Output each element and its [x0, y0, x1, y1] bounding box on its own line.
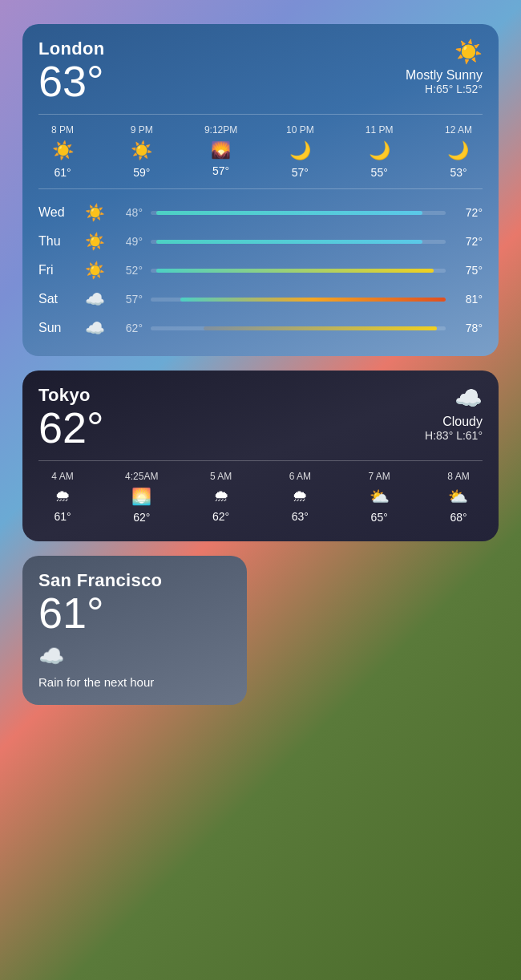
hour-icon-10pm: 🌙	[289, 140, 311, 161]
tokyo-hourly: 4 AM 🌧 61° 4:25AM 🌅 62° 5 AM 🌧 62° 6 AM …	[38, 471, 483, 524]
day-icon-wed: ☀️	[80, 203, 109, 222]
tokyo-hour-5am: 5 AM 🌧 62°	[197, 471, 245, 524]
london-divider-2	[38, 188, 483, 189]
hour-icon-8pm: ☀️	[52, 140, 74, 161]
hour-icon-12am: 🌙	[447, 140, 469, 161]
tokyo-cloud-icon: ☁️	[425, 385, 483, 411]
tokyo-card[interactable]: Tokyo 62° ☁️ Cloudy H:83° L:61° 4 AM 🌧 6…	[22, 371, 499, 541]
london-sun-icon: ☀️	[406, 38, 483, 65]
hour-item-10pm: 10 PM 🌙 57°	[276, 124, 324, 179]
day-row-sun: Sun ☁️ 62° 78°	[38, 314, 483, 342]
hour-item-11pm: 11 PM 🌙 55°	[355, 124, 403, 179]
day-icon-fri: ☀️	[80, 261, 109, 280]
hour-icon-11pm: 🌙	[369, 140, 390, 161]
tokyo-hour-icon-6am: 🌧	[292, 487, 308, 505]
sf-temp: 61°	[38, 591, 231, 634]
tokyo-hour-7am: 7 AM ⛅ 65°	[355, 471, 403, 524]
day-row-wed: Wed ☀️ 48° 72°	[38, 199, 483, 226]
tokyo-hour-6am: 6 AM 🌧 63°	[276, 471, 324, 524]
day-icon-sun: ☁️	[80, 318, 109, 338]
london-highlow: H:65° L:52°	[406, 83, 483, 95]
hour-item-8pm: 8 PM ☀️ 61°	[38, 124, 87, 179]
london-card[interactable]: London 63° ☀️ Mostly Sunny H:65° L:52° 8…	[22, 24, 499, 356]
hour-icon-9pm: ☀️	[131, 140, 152, 161]
tokyo-hour-icon-7am: ⛅	[370, 487, 390, 506]
sf-description: Rain for the next hour	[38, 674, 231, 690]
hour-icon-912pm: 🌄	[211, 140, 231, 160]
tokyo-hour-icon-8am: ⛅	[448, 487, 468, 506]
london-hourly: 8 PM ☀️ 61° 9 PM ☀️ 59° 9:12PM 🌄 57° 10 …	[38, 124, 483, 179]
tokyo-divider	[38, 460, 483, 461]
london-daily: Wed ☀️ 48° 72° Thu ☀️ 49° 72° Fri ☀️	[38, 199, 483, 342]
hour-item-912pm: 9:12PM 🌄 57°	[197, 124, 245, 179]
tokyo-condition: Cloudy	[425, 415, 483, 429]
tokyo-hour-icon-425am: 🌅	[131, 487, 151, 506]
tokyo-temp: 62°	[38, 406, 104, 449]
hour-item-9pm: 9 PM ☀️ 59°	[118, 124, 166, 179]
day-row-sat: Sat ☁️ 57° 81°	[38, 285, 483, 313]
tokyo-highlow: H:83° L:61°	[425, 429, 483, 442]
london-divider-1	[38, 114, 483, 115]
hour-item-12am: 12 AM 🌙 53°	[434, 124, 483, 179]
london-temp: 63°	[38, 59, 104, 103]
day-row-thu: Thu ☀️ 49° 72°	[38, 228, 483, 255]
day-icon-sat: ☁️	[80, 290, 109, 309]
tokyo-hour-icon-4am: 🌧	[55, 487, 71, 505]
tokyo-hour-8am: 8 AM ⛅ 68°	[434, 471, 483, 524]
tokyo-hour-icon-5am: 🌧	[213, 487, 229, 505]
london-condition: Mostly Sunny	[406, 68, 483, 83]
day-icon-thu: ☀️	[80, 232, 109, 251]
sf-cloud-icon: ☁️	[38, 644, 231, 669]
san-francisco-card[interactable]: San Francisco 61° ☁️ Rain for the next h…	[22, 556, 247, 705]
tokyo-hour-425am: 4:25AM 🌅 62°	[118, 471, 166, 524]
tokyo-hour-4am: 4 AM 🌧 61°	[38, 471, 87, 524]
day-row-fri: Fri ☀️ 52° 75°	[38, 257, 483, 284]
